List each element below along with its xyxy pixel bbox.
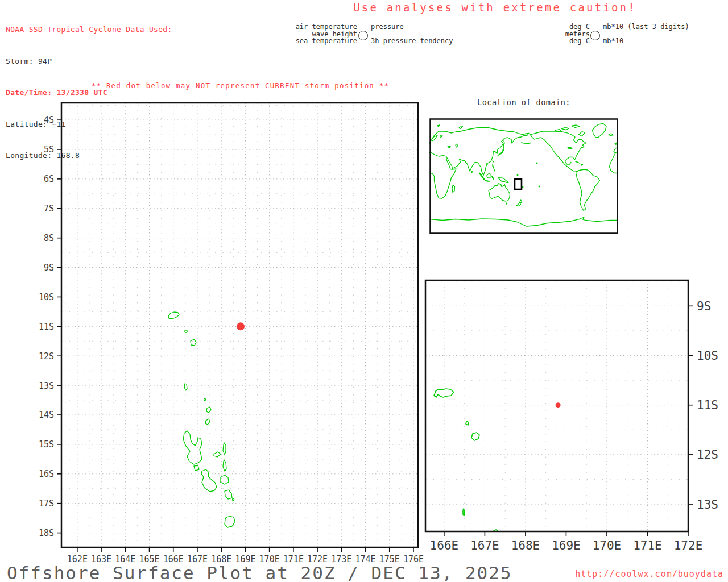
world-locator-map: [429, 118, 618, 234]
y-tick-label: 7S: [44, 203, 54, 214]
legend-degc-1: deg C: [539, 23, 590, 31]
x-tick-label: 175E: [379, 554, 400, 563]
y-tick-label: 11S: [39, 322, 54, 332]
x-tick-label: 168E: [211, 554, 231, 563]
y-tick-label: 16S: [39, 469, 54, 479]
x-tick-label: 167E: [470, 539, 499, 552]
domain-marker: [515, 179, 522, 189]
station-circle-icon: [590, 31, 600, 40]
world-map-canvas: [429, 118, 618, 234]
zoom-map: 166E167E168E169E170E171E172E9S10S11S12S1…: [423, 278, 728, 562]
x-tick-label: 173E: [331, 554, 351, 563]
y-tick-label: 13S: [697, 498, 718, 512]
legend-sea-temperature: sea temperature: [295, 38, 357, 45]
units-legend-left: deg C meters deg C: [539, 23, 590, 45]
x-tick-label: 176E: [403, 554, 424, 563]
zoom-map-islands: [434, 389, 498, 531]
x-tick-label: 172E: [674, 539, 703, 552]
plot-title: Offshore Surface Plot at 20Z / DEC 13, 2…: [7, 563, 512, 582]
x-tick-label: 165E: [139, 554, 159, 563]
zoom-map-storm-dot: [556, 402, 561, 408]
main-map: 162E163E164E165E166E167E168E169E170E171E…: [34, 99, 427, 563]
buoydata-link[interactable]: http://coolwx.com/buoydata: [575, 569, 723, 579]
y-tick-label: 10S: [697, 349, 718, 363]
y-tick-label: 9S: [44, 263, 54, 273]
y-tick-label: 6S: [44, 174, 54, 184]
units-legend-right: mb*10 (last 3 digits) mb*10: [603, 23, 689, 45]
legend-mb10-last3: mb*10 (last 3 digits): [603, 23, 689, 31]
y-tick-label: 8S: [44, 233, 54, 243]
y-tick-label: 17S: [39, 498, 54, 509]
x-tick-label: 171E: [283, 554, 304, 563]
x-tick-label: 172E: [307, 554, 328, 563]
main-map-islands: [56, 274, 235, 527]
y-tick-label: 10S: [39, 292, 54, 302]
y-tick-label: 15S: [39, 439, 54, 450]
zoom-map-canvas: 166E167E168E169E170E171E172E9S10S11S12S1…: [423, 278, 728, 562]
x-tick-label: 169E: [235, 554, 255, 563]
x-tick-label: 163E: [91, 554, 111, 563]
main-map-storm-dot: [237, 322, 245, 330]
zoom-map-axes: 166E167E168E169E170E171E172E9S10S11S12S1…: [430, 300, 718, 552]
storm-id-line: Storm: 94P: [6, 56, 172, 67]
main-map-axes: 162E163E164E165E166E167E168E169E170E171E…: [39, 115, 424, 563]
legend-pressure: pressure: [371, 23, 453, 31]
storm-position: [556, 402, 561, 408]
caution-headline: Use analyses with extreme caution!: [341, 1, 648, 14]
y-tick-label: 5S: [44, 144, 54, 155]
storm-position: [237, 322, 245, 330]
x-tick-label: 171E: [633, 539, 662, 552]
y-tick-label: 4S: [44, 115, 54, 125]
world-coastlines: [429, 124, 618, 227]
y-tick-label: 9S: [697, 300, 711, 313]
storm-position-warning: ** Red dot below may NOT represent CURRE…: [63, 81, 418, 90]
legend-degc-2: deg C: [539, 38, 590, 45]
x-tick-label: 170E: [593, 539, 622, 552]
y-tick-label: 18S: [39, 528, 54, 538]
legend-mb10: mb*10: [603, 38, 689, 45]
x-tick-label: 169E: [552, 539, 581, 552]
world-map-border: [431, 119, 618, 234]
x-tick-label: 168E: [511, 539, 540, 552]
y-tick-label: 12S: [39, 351, 54, 361]
x-tick-label: 164E: [115, 554, 135, 563]
legend-air-temperature: air temperature: [295, 23, 357, 31]
domain-map-title: Location of domain:: [429, 98, 618, 107]
x-tick-label: 167E: [187, 554, 208, 563]
y-tick-label: 13S: [39, 381, 54, 391]
y-tick-label: 14S: [39, 410, 54, 420]
y-tick-label: 12S: [697, 448, 718, 462]
main-map-canvas: 162E163E164E165E166E167E168E169E170E171E…: [34, 99, 427, 563]
x-tick-label: 170E: [259, 554, 280, 563]
station-legend-right: pressure 3h pressure tendency: [371, 23, 453, 45]
noaa-data-line: NOAA SSD Tropical Cyclone Data Used:: [6, 24, 172, 35]
x-tick-label: 166E: [430, 539, 459, 552]
y-tick-label: 11S: [697, 398, 718, 412]
station-circle-icon: [358, 31, 368, 40]
station-legend-left: air temperature wave height sea temperat…: [295, 23, 357, 45]
x-tick-label: 166E: [163, 554, 184, 563]
legend-pressure-tendency: 3h pressure tendency: [371, 38, 453, 45]
x-tick-label: 174E: [355, 554, 375, 563]
x-tick-label: 162E: [67, 554, 88, 563]
